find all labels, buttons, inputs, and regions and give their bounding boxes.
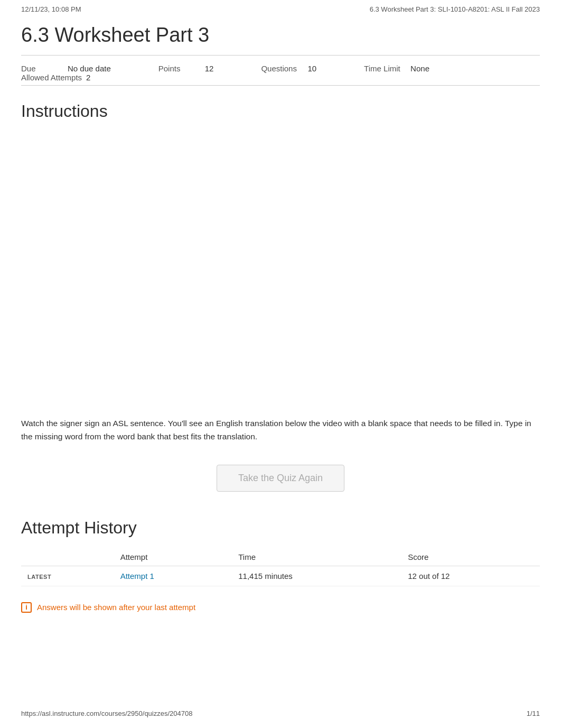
allowed-attempts-value: 2 bbox=[86, 73, 90, 82]
quiz-meta-row-2: Allowed Attempts 2 bbox=[21, 73, 540, 82]
due-label: Due bbox=[21, 64, 63, 73]
col-time: Time bbox=[232, 548, 401, 566]
notice-text: Answers will be shown after your last at… bbox=[37, 603, 195, 612]
instructions-section: Instructions Watch the signer sign an AS… bbox=[21, 102, 540, 444]
instructions-title: Instructions bbox=[21, 102, 540, 121]
title-divider bbox=[21, 55, 540, 56]
attempt-history-title: Attempt History bbox=[21, 518, 540, 538]
points-label: Points bbox=[158, 64, 201, 73]
attempt-link[interactable]: Attempt 1 bbox=[120, 572, 154, 580]
due-value: No due date bbox=[68, 64, 111, 73]
attempt-time: 11,415 minutes bbox=[232, 566, 401, 586]
footer-bar: https://asl.instructure.com/courses/2950… bbox=[21, 709, 540, 717]
top-bar: 12/11/23, 10:08 PM 6.3 Worksheet Part 3:… bbox=[0, 0, 561, 19]
page-title: 6.3 Worksheet Part 3 bbox=[21, 19, 540, 47]
take-quiz-button[interactable]: Take the Quiz Again bbox=[217, 465, 344, 492]
points-value: 12 bbox=[205, 64, 214, 73]
col-attempt: Attempt bbox=[114, 548, 232, 566]
table-row: LATESTAttempt 111,415 minutes12 out of 1… bbox=[21, 566, 540, 586]
instructions-body: Watch the signer sign an ASL sentence. Y… bbox=[21, 417, 540, 444]
time-limit-value: None bbox=[410, 64, 429, 73]
answers-notice: i Answers will be shown after your last … bbox=[21, 602, 540, 613]
attempt-history-table: Attempt Time Score LATESTAttempt 111,415… bbox=[21, 548, 540, 586]
allowed-attempts-label: Allowed Attempts bbox=[21, 73, 82, 82]
attempt-link-cell[interactable]: Attempt 1 bbox=[114, 566, 232, 586]
footer-page: 1/11 bbox=[527, 709, 540, 717]
attempt-history-section: Attempt History Attempt Time Score LATES… bbox=[21, 518, 540, 613]
due-group: Due No due date bbox=[21, 64, 132, 73]
questions-value: 10 bbox=[307, 64, 316, 73]
attempt-score: 12 out of 12 bbox=[401, 566, 540, 586]
questions-label: Questions bbox=[261, 64, 303, 73]
page-browser-title: 6.3 Worksheet Part 3: SLI-1010-A8201: AS… bbox=[370, 5, 540, 13]
datetime: 12/11/23, 10:08 PM bbox=[21, 5, 81, 13]
points-group: Points 12 bbox=[158, 64, 235, 73]
col-score: Score bbox=[401, 548, 540, 566]
notice-icon: i bbox=[21, 602, 32, 613]
questions-group: Questions 10 bbox=[261, 64, 338, 73]
meta-divider bbox=[21, 85, 540, 86]
col-badge bbox=[21, 548, 114, 566]
page-container: 6.3 Worksheet Part 3 Due No due date Poi… bbox=[0, 19, 561, 644]
time-limit-group: Time Limit None bbox=[364, 64, 451, 73]
time-limit-label: Time Limit bbox=[364, 64, 406, 73]
quiz-meta-row-1: Due No due date Points 12 Questions 10 T… bbox=[21, 64, 540, 73]
latest-badge: LATEST bbox=[21, 566, 114, 586]
take-quiz-container: Take the Quiz Again bbox=[21, 465, 540, 492]
footer-url: https://asl.instructure.com/courses/2950… bbox=[21, 709, 192, 717]
